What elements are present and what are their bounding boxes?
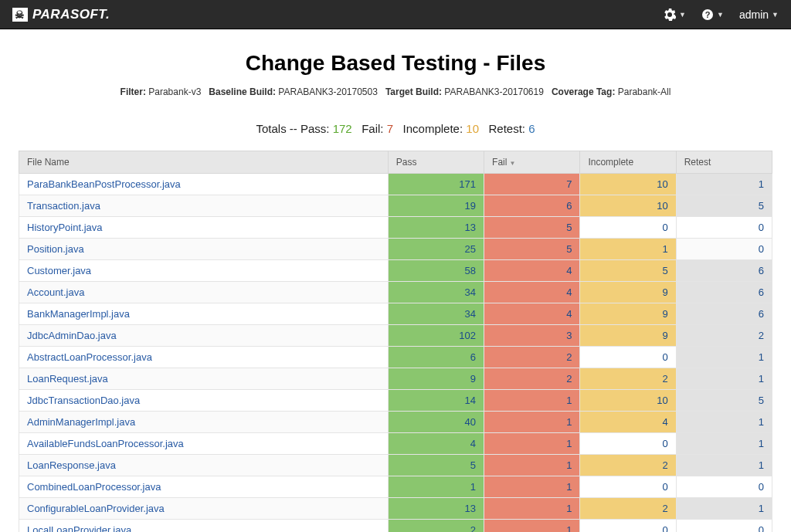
- cell-fail: 1: [484, 455, 580, 476]
- cell-filename: LoanRequest.java: [19, 368, 389, 390]
- user-menu[interactable]: admin ▼: [739, 8, 779, 21]
- brand-logo[interactable]: PARASOFT.: [12, 7, 110, 22]
- cell-fail: 4: [484, 260, 580, 282]
- cell-pass: 34: [388, 303, 484, 325]
- coverage-label: Coverage Tag:: [552, 86, 615, 97]
- filter-label: Filter:: [121, 86, 146, 97]
- cell-retest: 5: [676, 195, 772, 217]
- table-row: JdbcTransactionDao.java141105: [19, 390, 772, 412]
- cell-filename: LocalLoanProvider.java: [19, 520, 389, 533]
- file-link[interactable]: CombinedLoanProcessor.java: [27, 481, 161, 493]
- page-title: Change Based Testing - Files: [19, 51, 772, 76]
- cell-incomplete: 10: [580, 174, 676, 195]
- cell-incomplete: 9: [580, 325, 676, 347]
- col-header-pass[interactable]: Pass: [388, 151, 484, 174]
- cell-filename: BankManagerImpl.java: [19, 303, 389, 325]
- col-header-incomplete[interactable]: Incomplete: [580, 151, 676, 174]
- cell-fail: 5: [484, 239, 580, 260]
- cell-filename: AdminManagerImpl.java: [19, 412, 389, 433]
- totals-fail-value: 7: [387, 122, 393, 135]
- table-row: AbstractLoanProcessor.java6201: [19, 347, 772, 368]
- cell-fail: 4: [484, 303, 580, 325]
- cell-retest: 0: [676, 520, 772, 533]
- file-link[interactable]: JdbcAdminDao.java: [27, 330, 117, 341]
- file-link[interactable]: HistoryPoint.java: [27, 222, 103, 233]
- file-link[interactable]: JdbcTransactionDao.java: [27, 395, 140, 406]
- file-link[interactable]: ConfigurableLoanProvider.java: [27, 503, 165, 514]
- file-link[interactable]: Customer.java: [27, 265, 91, 276]
- file-link[interactable]: Position.java: [27, 243, 84, 255]
- cell-pass: 1: [388, 476, 484, 498]
- cell-retest: 1: [676, 412, 772, 433]
- cell-fail: 1: [484, 476, 580, 498]
- file-link[interactable]: BankManagerImpl.java: [27, 308, 130, 320]
- col-header-retest[interactable]: Retest: [676, 151, 772, 174]
- file-link[interactable]: LoanResponse.java: [27, 459, 116, 471]
- file-link[interactable]: LocalLoanProvider.java: [27, 524, 131, 532]
- cell-retest: 1: [676, 347, 772, 368]
- cell-incomplete: 0: [580, 217, 676, 239]
- totals-retest-label: Retest:: [489, 122, 526, 135]
- col-header-fail[interactable]: Fail▼: [484, 151, 580, 174]
- cell-pass: 40: [388, 412, 484, 433]
- cell-fail: 1: [484, 412, 580, 433]
- cell-fail: 1: [484, 498, 580, 520]
- file-link[interactable]: AvailableFundsLoanProcessor.java: [27, 438, 184, 449]
- cell-incomplete: 0: [580, 476, 676, 498]
- filter-summary: Filter: Parabank-v3 Baseline Build: PARA…: [19, 86, 772, 97]
- file-link[interactable]: AdminManagerImpl.java: [27, 416, 135, 428]
- top-nav-right: ▼ ? ▼ admin ▼: [664, 8, 779, 21]
- cell-retest: 6: [676, 303, 772, 325]
- cell-incomplete: 0: [580, 347, 676, 368]
- cell-pass: 19: [388, 195, 484, 217]
- cell-filename: AvailableFundsLoanProcessor.java: [19, 433, 389, 455]
- logo-mark-icon: [12, 8, 28, 22]
- cell-pass: 13: [388, 217, 484, 239]
- cell-retest: 1: [676, 498, 772, 520]
- table-row: LoanRequest.java9221: [19, 368, 772, 390]
- cell-pass: 6: [388, 347, 484, 368]
- table-row: ParaBankBeanPostProcessor.java1717101: [19, 174, 772, 195]
- cell-fail: 4: [484, 282, 580, 303]
- cell-retest: 0: [676, 476, 772, 498]
- cell-pass: 34: [388, 282, 484, 303]
- col-header-file[interactable]: File Name: [19, 151, 389, 174]
- cell-retest: 1: [676, 368, 772, 390]
- table-row: Position.java25510: [19, 239, 772, 260]
- cell-filename: AbstractLoanProcessor.java: [19, 347, 389, 368]
- cell-incomplete: 9: [580, 282, 676, 303]
- settings-menu[interactable]: ▼: [664, 8, 686, 21]
- cell-filename: Account.java: [19, 282, 389, 303]
- table-row: LocalLoanProvider.java2100: [19, 520, 772, 533]
- brand-text: PARASOFT.: [32, 7, 110, 22]
- cell-incomplete: 2: [580, 498, 676, 520]
- cell-retest: 0: [676, 217, 772, 239]
- help-menu[interactable]: ? ▼: [701, 8, 724, 21]
- cell-filename: JdbcTransactionDao.java: [19, 390, 389, 412]
- cell-incomplete: 0: [580, 520, 676, 533]
- cell-fail: 7: [484, 174, 580, 195]
- file-link[interactable]: LoanRequest.java: [27, 373, 108, 385]
- cell-filename: ConfigurableLoanProvider.java: [19, 498, 389, 520]
- cell-retest: 2: [676, 325, 772, 347]
- cell-pass: 5: [388, 455, 484, 476]
- cell-filename: HistoryPoint.java: [19, 217, 389, 239]
- table-row: BankManagerImpl.java34496: [19, 303, 772, 325]
- file-link[interactable]: Transaction.java: [27, 200, 100, 212]
- cell-filename: CombinedLoanProcessor.java: [19, 476, 389, 498]
- table-header-row: File Name Pass Fail▼ Incomplete Retest: [19, 151, 772, 174]
- filter-value: Parabank-v3: [148, 86, 201, 97]
- table-body: ParaBankBeanPostProcessor.java1717101Tra…: [19, 174, 772, 533]
- cell-fail: 3: [484, 325, 580, 347]
- cell-retest: 0: [676, 239, 772, 260]
- file-link[interactable]: ParaBankBeanPostProcessor.java: [27, 178, 181, 190]
- cell-filename: Transaction.java: [19, 195, 389, 217]
- table-row: ConfigurableLoanProvider.java13121: [19, 498, 772, 520]
- user-label: admin: [739, 8, 769, 21]
- totals-prefix: Totals --: [256, 122, 297, 135]
- file-link[interactable]: AbstractLoanProcessor.java: [27, 351, 152, 363]
- top-nav: PARASOFT. ▼ ? ▼ admin ▼: [0, 0, 791, 29]
- file-link[interactable]: Account.java: [27, 286, 84, 298]
- gear-icon: [664, 8, 676, 21]
- sort-desc-icon: ▼: [509, 160, 515, 167]
